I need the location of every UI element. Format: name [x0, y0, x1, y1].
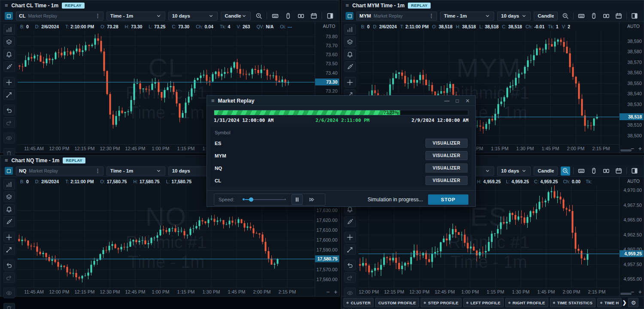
magnifier-icon[interactable] — [561, 12, 570, 21]
undo-button[interactable] — [3, 260, 15, 270]
zoom-in-button[interactable]: + — [638, 145, 642, 152]
zoom-out-button[interactable]: − — [326, 288, 330, 295]
speed-slider[interactable] — [245, 197, 285, 202]
calendar-icon[interactable] — [614, 167, 623, 176]
close-icon[interactable]: ✕ — [464, 98, 471, 104]
zoom-controls[interactable]: −+ — [326, 288, 337, 295]
panel-titlebar[interactable]: ≡ Chart MYM Time - 1m REPLAY — [341, 0, 644, 10]
axis-auto-label[interactable]: AUTO — [315, 22, 339, 30]
settings-gear-icon[interactable]: ⚙ — [628, 298, 638, 307]
briefcase-icon[interactable] — [296, 12, 306, 21]
symbol-selector[interactable]: CL Market Replay ⋮ — [16, 12, 103, 21]
maximize-icon[interactable]: □ — [454, 98, 461, 104]
alerts-button[interactable] — [3, 204, 15, 215]
panel-layout-icon[interactable] — [630, 12, 639, 21]
briefcase-icon[interactable] — [601, 167, 611, 176]
panel-menu-icon[interactable]: ≡ — [5, 157, 8, 164]
panel-titlebar[interactable]: ≡ Chart CL Time - 1m REPLAY — [0, 0, 339, 10]
measure-button[interactable] — [3, 244, 15, 255]
style-dropdown[interactable]: Candle — [221, 12, 251, 21]
measure-button[interactable] — [344, 244, 356, 255]
crosshair-button[interactable] — [344, 77, 356, 88]
range-dropdown[interactable]: 10 days — [168, 12, 218, 21]
crosshair-button[interactable] — [3, 77, 15, 88]
visualizer-button[interactable]: VISUALIZER — [425, 139, 468, 148]
symbol-menu-icon[interactable]: ⋮ — [95, 168, 100, 174]
zoom-controls[interactable]: −+ — [631, 145, 642, 152]
panel-layout-icon[interactable] — [630, 167, 639, 176]
measure-button[interactable] — [3, 89, 15, 100]
symbol-menu-icon[interactable]: ⋮ — [95, 13, 100, 19]
axis-auto-label[interactable]: AUTO — [620, 22, 644, 30]
panel-menu-icon[interactable]: ≡ — [5, 2, 8, 9]
custom-profile-button[interactable]: CUSTOM PROFILE — [375, 298, 419, 307]
zoom-in-button[interactable]: + — [638, 288, 642, 295]
left-profile-button[interactable]: LEFT PROFILE — [463, 298, 504, 307]
undo-button[interactable] — [344, 260, 356, 270]
timeframe-dropdown[interactable]: Time - 1m — [106, 12, 165, 21]
minimize-icon[interactable]: — — [444, 98, 450, 104]
mouse-icon[interactable] — [589, 12, 598, 21]
price-axis[interactable]: AUTO 4,970.004,967.504,965.004,962.504,9… — [619, 177, 644, 296]
scrollbar-stub[interactable] — [620, 149, 632, 151]
stop-button[interactable]: STOP — [428, 194, 468, 205]
undo-button[interactable] — [3, 105, 15, 115]
layers-button[interactable] — [3, 191, 15, 202]
calendar-icon[interactable] — [614, 12, 623, 21]
visualizer-button[interactable]: VISUALIZER — [425, 164, 468, 173]
chart-window-icon[interactable] — [346, 12, 353, 20]
style-dropdown[interactable]: Candle — [534, 12, 558, 21]
alerts-button[interactable] — [344, 49, 356, 60]
crosshair-button[interactable] — [3, 232, 15, 242]
style-dropdown[interactable]: Candle — [534, 167, 558, 176]
scrollbar-stub[interactable] — [620, 293, 632, 295]
chart-window-icon[interactable] — [5, 12, 13, 20]
dialog-titlebar[interactable]: ≡ Market Replay — □ ✕ — [207, 96, 475, 106]
magnifier-icon[interactable] — [254, 12, 264, 21]
pause-button[interactable] — [292, 194, 303, 205]
redo-button[interactable] — [344, 272, 356, 283]
range-dropdown[interactable]: 10 days — [497, 12, 531, 21]
redo-button[interactable] — [3, 272, 15, 283]
time-axis[interactable]: 12:00 PM12:15 PM12:30 PM12:45 PM1:00 PM1… — [358, 288, 619, 296]
time-h-button[interactable]: TIME H — [597, 298, 622, 307]
speed-slider-thumb[interactable] — [249, 197, 253, 202]
timeframe-dropdown[interactable]: Time - 1m — [106, 167, 165, 176]
drawing-button[interactable] — [344, 216, 356, 227]
zoom-in-button[interactable]: + — [334, 288, 337, 295]
chart-type-button[interactable] — [3, 24, 15, 35]
visualizer-button[interactable]: VISUALIZER — [425, 151, 468, 160]
price-axis[interactable]: AUTO 38,59038,58038,57038,56038,55038,54… — [619, 22, 644, 153]
chart-type-button[interactable] — [3, 179, 15, 190]
symbol-selector[interactable]: MYM Market Replay ⋮ — [356, 12, 437, 21]
drawing-button[interactable] — [3, 216, 15, 227]
symbol-selector[interactable]: NQ Market Replay ⋮ — [16, 167, 103, 176]
redo-button[interactable] — [3, 117, 15, 128]
range-dropdown[interactable]: 10 days — [497, 167, 531, 176]
dialog-menu-icon[interactable]: ≡ — [211, 97, 215, 104]
drawing-button[interactable] — [3, 61, 15, 72]
right-profile-button[interactable]: RIGHT PROFILE — [505, 298, 548, 307]
timeframe-dropdown[interactable]: Time - 1m — [440, 12, 494, 21]
overflow-chevron-icon[interactable]: ❯ — [622, 300, 626, 306]
panel-menu-icon[interactable]: ≡ — [346, 2, 349, 9]
replay-progress-bar[interactable]: 73.23% — [214, 110, 468, 115]
magnifier-icon[interactable] — [561, 167, 570, 176]
alerts-button[interactable] — [3, 49, 15, 60]
keyboard-icon[interactable] — [577, 167, 586, 176]
visualizer-button[interactable]: VISUALIZER — [425, 176, 468, 185]
mouse-icon[interactable] — [283, 12, 293, 21]
keyboard-icon[interactable] — [577, 12, 586, 21]
calendar-icon[interactable] — [309, 12, 319, 21]
visibility-button[interactable] — [3, 288, 15, 298]
drawing-button[interactable] — [344, 61, 356, 72]
cluster-button[interactable]: CLUSTER — [343, 298, 374, 307]
symbol-menu-icon[interactable]: ⋮ — [429, 13, 434, 19]
panel-layout-icon[interactable] — [325, 12, 335, 21]
chart-type-button[interactable] — [344, 24, 356, 35]
chart-window-icon[interactable] — [5, 167, 13, 175]
layers-button[interactable] — [3, 36, 15, 47]
delete-button[interactable] — [3, 303, 15, 309]
visibility-button[interactable] — [3, 133, 15, 143]
time-statistics-button[interactable]: TIME STATISTICS — [550, 298, 595, 307]
